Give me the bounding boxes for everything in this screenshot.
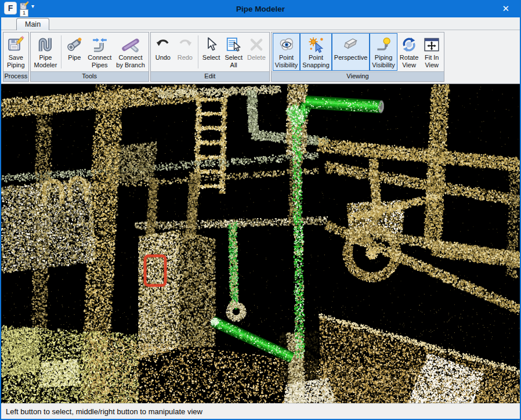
ribbon-group-buttons: UndoRedoSelectSelectAllDelete <box>151 32 269 71</box>
status-bar: Left button to select, middle/right butt… <box>1 403 520 419</box>
point-snapping-button[interactable]: PointSnapping <box>300 33 332 71</box>
connect-pipes-button[interactable]: ConnectPipes <box>85 33 114 71</box>
pipe-button[interactable]: Pipe <box>63 33 85 71</box>
separator <box>61 35 61 68</box>
pipe-modeler-window: F 1 ▾ Pipe Modeler ✕ Main SavePipingProc… <box>0 0 521 420</box>
button-label: RotateView <box>400 54 418 68</box>
perspective-button[interactable]: Perspective <box>332 33 370 71</box>
button-label: PointSnapping <box>302 54 330 68</box>
button-label: PipingVisibility <box>372 54 395 68</box>
group-label: Viewing <box>272 71 444 81</box>
button-label: SelectAll <box>225 54 243 68</box>
ribbon-group-tools: PipeModelerPipeConnectPipesConnectby Bra… <box>30 32 149 82</box>
ribbon-group-process: SavePipingProcess <box>3 32 29 82</box>
rotate-view-button[interactable]: RotateView <box>397 33 421 71</box>
button-label: Delete <box>247 54 266 61</box>
button-label: Select <box>202 54 220 61</box>
viewport-3d-point-cloud[interactable] <box>1 84 520 403</box>
select-icon <box>202 35 220 54</box>
button-label: Connectby Branch <box>116 54 145 68</box>
button-label: Undo <box>155 54 171 61</box>
group-label: Tools <box>31 71 149 81</box>
group-label: Edit <box>151 71 269 81</box>
pipe-icon <box>66 35 83 54</box>
point-visibility-button[interactable]: PointVisibility <box>273 33 301 71</box>
undo-icon <box>154 35 172 54</box>
ribbon-group-buttons: SavePiping <box>3 32 28 71</box>
fit-in-view-button[interactable]: Fit InView <box>421 33 443 71</box>
save-piping-icon <box>7 35 24 54</box>
button-label: Perspective <box>334 54 367 61</box>
select-all-icon <box>225 35 243 54</box>
fit-in-view-icon <box>423 35 440 54</box>
file-menu-button[interactable]: F <box>4 2 17 15</box>
quick-access-dropdown-icon[interactable]: ▾ <box>31 3 34 9</box>
quick-access-toolbar: 1 <box>19 1 29 17</box>
rotate-view-icon <box>400 35 418 54</box>
titlebar-left: F 1 ▾ <box>4 1 34 17</box>
button-label: Redo <box>178 54 193 61</box>
button-label: Fit InView <box>425 54 439 68</box>
close-icon[interactable]: ✕ <box>498 0 513 17</box>
save-piping-button[interactable]: SavePiping <box>5 33 27 71</box>
connect-branch-icon <box>122 35 139 54</box>
pipe-modeler-icon <box>37 35 54 54</box>
ribbon-group-buttons: PointVisibilityPointSnappingPerspectiveP… <box>272 32 444 71</box>
button-label: SavePiping <box>7 54 25 68</box>
separator <box>198 35 198 68</box>
pipe-modeler-button[interactable]: PipeModeler <box>32 33 60 71</box>
ribbon-group-viewing: PointVisibilityPointSnappingPerspectiveP… <box>271 32 444 82</box>
select-button[interactable]: Select <box>200 33 223 71</box>
ribbon: SavePipingProcessPipeModelerPipeConnectP… <box>1 30 520 84</box>
point-snapping-icon <box>307 35 325 54</box>
tab-strip: Main <box>1 17 520 30</box>
piping-visibility-icon <box>375 35 392 54</box>
perspective-icon <box>342 35 360 54</box>
status-text: Left button to select, middle/right butt… <box>6 407 202 416</box>
quick-access-badge: 1 <box>20 9 28 17</box>
ribbon-group-buttons: PipeModelerPipeConnectPipesConnectby Bra… <box>31 32 149 71</box>
connect-pipes-icon <box>91 35 108 54</box>
ribbon-group-edit: UndoRedoSelectSelectAllDeleteEdit <box>150 32 270 82</box>
redo-button[interactable]: Redo <box>174 33 196 71</box>
button-label: Pipe <box>68 54 81 61</box>
titlebar: F 1 ▾ Pipe Modeler ✕ <box>1 0 520 17</box>
delete-button[interactable]: Delete <box>245 33 268 71</box>
connect-by-branch-button[interactable]: Connectby Branch <box>114 33 147 71</box>
redo-icon <box>176 35 194 54</box>
button-label: ConnectPipes <box>88 54 111 68</box>
button-label: PointVisibility <box>275 54 298 68</box>
window-title: Pipe Modeler <box>1 5 520 13</box>
group-label: Process <box>3 71 28 81</box>
button-label: PipeModeler <box>34 54 57 68</box>
point-visibility-icon <box>278 35 295 54</box>
delete-icon <box>248 35 265 54</box>
undo-button[interactable]: Undo <box>152 33 174 71</box>
select-all-button[interactable]: SelectAll <box>222 33 245 71</box>
piping-visibility-button[interactable]: PipingVisibility <box>370 33 397 71</box>
tab-main[interactable]: Main <box>16 18 49 30</box>
